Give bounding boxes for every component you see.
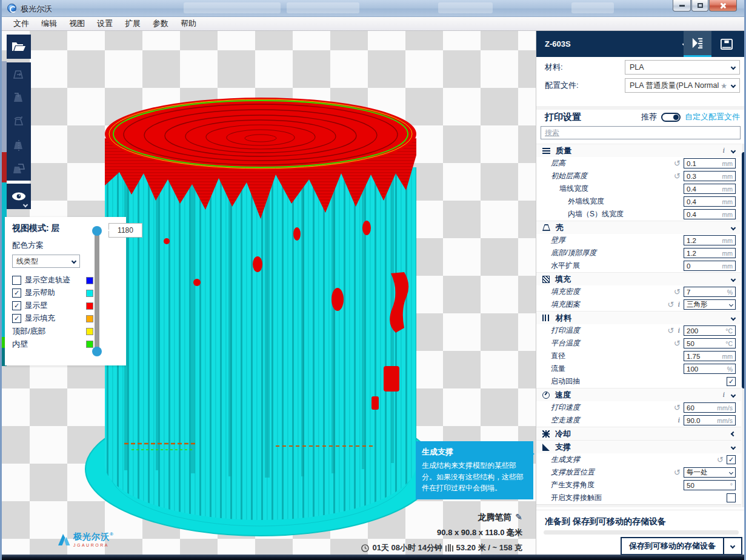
revert-icon[interactable]: ↺ — [674, 339, 681, 347]
chevron-down-icon[interactable] — [731, 444, 736, 449]
setting-input[interactable]: 1.75mm — [684, 351, 736, 361]
title-bar[interactable]: 极光尔沃 — [2, 0, 744, 17]
setting-input[interactable]: 60mm/s — [684, 402, 736, 413]
material-select[interactable]: PLA — [625, 60, 740, 75]
section-title: 填充 — [555, 274, 571, 285]
chevron-left-icon[interactable] — [731, 431, 736, 436]
color-scheme-select[interactable]: 线类型 — [12, 255, 80, 268]
setting-select[interactable]: 每一处 — [684, 467, 736, 478]
menu-item[interactable]: 文件 — [8, 17, 35, 30]
chevron-down-icon — [72, 259, 76, 264]
legend-row: 顶部/底部 — [12, 325, 119, 338]
scale-icon — [12, 92, 25, 105]
chevron-down-icon[interactable] — [731, 225, 736, 230]
menu-item[interactable]: 编辑 — [36, 17, 62, 30]
section-header-material[interactable]: 材料 — [536, 311, 741, 324]
section-header-support[interactable]: 支撑 — [536, 440, 741, 453]
setting-row: 空走速度i90.0mm/s — [536, 414, 741, 427]
revert-icon[interactable]: ↺ — [674, 288, 681, 296]
menu-item[interactable]: 扩展 — [119, 17, 146, 30]
revert-icon[interactable]: ↺ — [668, 301, 674, 308]
close-button[interactable] — [709, 0, 737, 12]
legend-checkbox[interactable]: ✓ — [12, 288, 21, 298]
setting-select[interactable]: 三角形 — [684, 299, 736, 310]
legend-checkbox[interactable] — [12, 276, 21, 285]
profile-select[interactable]: PLA 普通质量(PLA Normal Qua ★ — [625, 78, 740, 93]
setting-unit: mm/s — [717, 404, 733, 412]
tab-monitor[interactable] — [713, 31, 741, 57]
info-icon[interactable]: i — [678, 326, 681, 335]
mirror-tool-button[interactable] — [7, 133, 31, 157]
setting-input[interactable]: 1.2mm — [684, 235, 736, 245]
menu-item[interactable]: 帮助 — [175, 17, 202, 30]
setting-input[interactable]: 200°C — [684, 325, 736, 336]
chevron-down-icon[interactable] — [731, 315, 736, 320]
rotate-tool-button[interactable] — [7, 110, 31, 133]
setting-checkbox[interactable] — [727, 493, 736, 502]
view-mode-button[interactable] — [7, 184, 31, 209]
setting-input[interactable]: 0.3mm — [684, 171, 736, 181]
section-header-shell[interactable]: 壳 — [536, 221, 741, 234]
setting-input[interactable]: 0mm — [684, 261, 736, 271]
section-header-cooling[interactable]: 冷却 — [536, 427, 741, 440]
setting-checkbox[interactable]: ✓ — [727, 455, 736, 464]
info-icon[interactable]: i — [678, 300, 681, 309]
save-to-removable-button[interactable]: 保存到可移动的存储设备 — [621, 537, 724, 555]
setting-input[interactable]: 0.4mm — [684, 196, 736, 207]
info-icon[interactable]: i — [722, 146, 725, 155]
info-icon[interactable]: i — [678, 416, 681, 425]
revert-icon[interactable]: ↺ — [717, 456, 724, 464]
revert-icon[interactable]: ↺ — [674, 468, 681, 476]
layer-slider-track[interactable] — [95, 230, 99, 353]
info-icon[interactable]: i — [722, 390, 725, 399]
move-tool-button[interactable] — [7, 62, 31, 86]
minimize-button[interactable] — [673, 0, 691, 12]
model-info: 龙腾笔筒✎ 90.8 x 90.8 x 118.0 毫米 01天 08小时 14… — [361, 512, 522, 553]
revert-icon[interactable]: ↺ — [674, 404, 681, 412]
window-bottom-border — [2, 555, 744, 560]
chevron-down-icon[interactable] — [731, 392, 736, 397]
menu-item[interactable]: 视图 — [64, 17, 90, 30]
section-header-quality[interactable]: 质量i — [536, 144, 741, 157]
open-file-button[interactable] — [7, 35, 31, 59]
setting-input[interactable]: 100% — [684, 364, 736, 374]
setting-input[interactable]: 0.4mm — [684, 184, 736, 194]
setting-input[interactable]: 7% — [684, 287, 736, 297]
application-window: 极光尔沃 文件编辑视图设置扩展参数帮助 — [0, 0, 746, 560]
setting-input[interactable]: 50° — [684, 480, 736, 490]
edit-name-icon[interactable]: ✎ — [515, 512, 522, 522]
tab-prepare-slice[interactable] — [684, 31, 711, 57]
layer-slider-top-handle[interactable] — [92, 226, 102, 236]
setting-input[interactable]: 1.2mm — [684, 248, 736, 258]
custom-profile-link[interactable]: 自定义配置文件 — [685, 112, 740, 122]
setting-input[interactable]: 90.0mm/s — [684, 415, 736, 425]
viewport-3d[interactable]: 视图模式: 层 配色方案 线类型 显示空走轨迹✓显示帮助✓显示壁✓显示填充顶部/… — [2, 31, 536, 555]
chevron-down-icon[interactable] — [731, 148, 736, 153]
revert-icon[interactable]: ↺ — [668, 327, 674, 335]
scale-tool-button[interactable] — [7, 86, 31, 110]
legend-checkbox[interactable]: ✓ — [12, 314, 21, 323]
section-header-speed[interactable]: 速度i — [536, 388, 741, 401]
menu-item[interactable]: 设置 — [92, 17, 118, 30]
chevron-down-icon[interactable] — [731, 276, 736, 281]
save-options-dropdown-button[interactable] — [724, 537, 742, 555]
revert-icon[interactable]: ↺ — [674, 159, 681, 167]
scrollbar-thumb[interactable] — [742, 152, 746, 388]
maximize-button[interactable] — [691, 0, 708, 12]
setting-input[interactable]: 0.1mm — [684, 158, 736, 168]
legend-checkbox[interactable]: ✓ — [12, 301, 21, 310]
per-model-settings-button[interactable] — [7, 157, 31, 181]
setting-input[interactable]: 0.4mm — [684, 209, 736, 219]
sliced-model-render[interactable] — [76, 82, 439, 543]
layer-slider-bottom-handle[interactable] — [92, 347, 102, 356]
layer-slider[interactable] — [93, 225, 101, 358]
setting-row: 产生支撑角度50° — [536, 479, 741, 492]
settings-search-input[interactable] — [541, 126, 741, 139]
revert-icon[interactable]: ↺ — [674, 172, 681, 180]
recommended-custom-toggle[interactable] — [661, 113, 681, 122]
menu-item[interactable]: 参数 — [147, 17, 174, 30]
section-header-infill[interactable]: 填充 — [536, 272, 741, 285]
setting-checkbox[interactable]: ✓ — [727, 377, 736, 386]
settings-scrollbar[interactable] — [742, 144, 746, 507]
setting-input[interactable]: 50°C — [684, 338, 736, 348]
